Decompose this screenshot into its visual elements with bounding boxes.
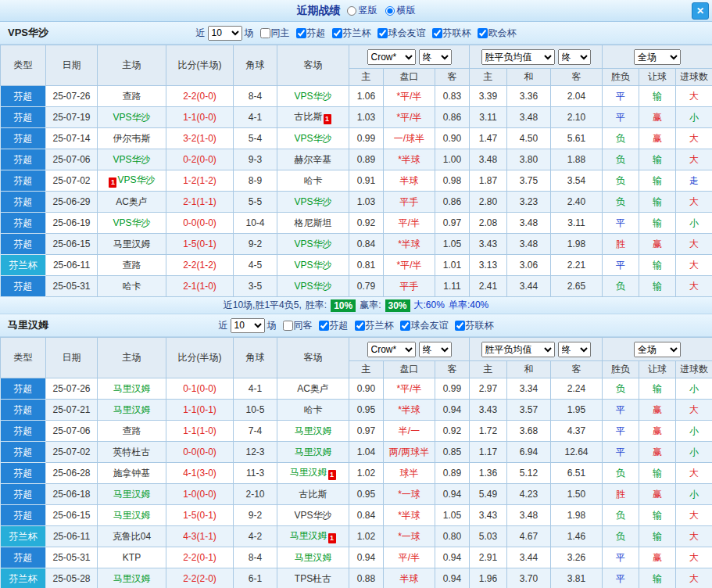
- competition-filter-label: 球会友谊: [388, 27, 426, 40]
- match-row: 芬超25-07-06查路1-1(1-0)7-4马里汉姆0.97半/一0.921.…: [1, 421, 712, 442]
- close-button[interactable]: ✕: [692, 2, 709, 20]
- corners-cell: 9-2: [234, 505, 277, 526]
- result-cell: 负: [603, 463, 639, 484]
- competition-filter-checkbox[interactable]: [455, 321, 465, 331]
- handicap-cell: 半球: [384, 170, 435, 192]
- home-odds-cell: 0.84: [349, 505, 384, 526]
- match-count-select[interactable]: 10: [208, 26, 242, 41]
- away-team-cell: 马里汉姆1: [277, 463, 349, 484]
- competition-filter-checkbox[interactable]: [478, 28, 488, 38]
- match-count-select[interactable]: 10: [231, 318, 265, 333]
- avg-lose-cell: 2.04: [551, 86, 603, 107]
- column-subheader: 客: [551, 69, 603, 86]
- team-name-text: VPS华沙: [113, 112, 150, 123]
- scope-select[interactable]: 全场: [634, 49, 681, 65]
- team-name-text: VPS华沙: [294, 510, 331, 521]
- summary-bar: 近10场,胜1平4负5, 胜率:10%赢率:30%大:60%单率:40%: [0, 297, 712, 314]
- home-team-cell: VPS华沙: [98, 149, 166, 170]
- away-odds-cell: 1.11: [435, 276, 470, 297]
- handicap-cell: *平/半: [384, 86, 435, 107]
- away-odds-cell: 0.92: [435, 421, 470, 442]
- layout-radio-input[interactable]: [385, 6, 395, 16]
- competition-filter[interactable]: 芬兰杯: [355, 319, 394, 332]
- competition-filter[interactable]: 球会友谊: [400, 319, 449, 332]
- result-cell: 平: [603, 107, 639, 128]
- corners-cell: 9-2: [234, 234, 277, 255]
- result-cell: 负: [603, 192, 639, 213]
- competition-filter[interactable]: 芬兰杯: [332, 27, 371, 40]
- competition-filter[interactable]: 球会友谊: [377, 27, 426, 40]
- column-subheader: 胜负: [603, 69, 639, 86]
- competition-filter-checkbox[interactable]: [283, 321, 293, 331]
- handicap-result-cell: 输: [639, 378, 676, 400]
- odds-final-select[interactable]: 终: [419, 49, 452, 65]
- competition-filter-checkbox[interactable]: [355, 321, 365, 331]
- avg-final-select[interactable]: 终: [558, 342, 591, 357]
- competition-filter-checkbox[interactable]: [260, 28, 270, 38]
- team-name-text: 查路: [123, 425, 141, 436]
- competition-cell: 芬超: [1, 128, 46, 149]
- competition-filter[interactable]: 欧会杯: [478, 27, 517, 40]
- competition-filter-checkbox[interactable]: [400, 321, 410, 331]
- competition-filter[interactable]: 芬超: [296, 27, 326, 40]
- layout-radio-input[interactable]: [347, 6, 356, 16]
- avg-select[interactable]: 胜平负均值: [481, 49, 555, 65]
- avg-lose-cell: 1.88: [551, 149, 603, 170]
- result-cell: 胜: [603, 484, 639, 505]
- competition-filter-checkbox[interactable]: [296, 28, 306, 38]
- home-team-cell: VPS华沙: [98, 213, 166, 234]
- competition-filter-checkbox[interactable]: [332, 28, 342, 38]
- competition-cell: 芬超: [1, 276, 46, 297]
- team-name-text: 马里汉姆: [290, 530, 327, 541]
- date-cell: 25-07-14: [46, 128, 98, 149]
- handicap-result-cell: 输: [639, 170, 676, 192]
- team-name-text: VPS华沙: [294, 281, 331, 292]
- corners-cell: 12-3: [234, 442, 277, 463]
- odds-company-select[interactable]: Crow*: [367, 342, 416, 357]
- home-team-cell: 克鲁比04: [98, 526, 166, 547]
- home-odds-cell: 0.88: [349, 568, 384, 588]
- corners-cell: 10-5: [234, 400, 277, 421]
- column-subheader: 客: [435, 69, 470, 86]
- competition-filter-checkbox[interactable]: [377, 28, 388, 38]
- column-header: 日期: [46, 338, 98, 378]
- column-header: 日期: [46, 45, 98, 86]
- competition-filter-checkbox[interactable]: [319, 321, 329, 331]
- handicap-cell: *一球: [384, 484, 435, 505]
- competition-filter-label: 芬联杯: [443, 27, 471, 40]
- away-team-cell: 赫尔辛基: [277, 149, 349, 170]
- avg-select[interactable]: 胜平负均值: [481, 342, 555, 357]
- competition-filter[interactable]: 芬联杯: [432, 27, 471, 40]
- odds-final-select[interactable]: 终: [419, 342, 452, 357]
- competition-filter-checkbox[interactable]: [432, 28, 442, 38]
- home-odds-cell: 0.95: [349, 484, 384, 505]
- odds-company-select[interactable]: Crow*: [367, 49, 416, 65]
- home-odds-cell: 1.02: [349, 526, 384, 547]
- avg-draw-cell: 3.68: [507, 421, 551, 442]
- team-name-text: VPS华沙: [294, 91, 331, 102]
- competition-filter[interactable]: 芬联杯: [455, 319, 494, 332]
- goals-result-cell: 小: [676, 213, 712, 234]
- competition-filter[interactable]: 同客: [283, 319, 313, 332]
- result-cell: 平: [603, 568, 639, 588]
- competition-filter[interactable]: 芬超: [319, 319, 349, 332]
- layout-radio-horizontal[interactable]: 横版: [385, 4, 416, 17]
- corners-cell: 5-5: [234, 192, 277, 213]
- team-name-text: 马里汉姆: [113, 383, 151, 394]
- date-cell: 25-06-15: [46, 234, 98, 255]
- home-team-cell: KTP: [98, 547, 166, 568]
- scope-select[interactable]: 全场: [634, 342, 681, 357]
- layout-radio-vertical[interactable]: 竖版: [347, 4, 377, 17]
- corners-cell: 10-4: [234, 213, 277, 234]
- home-odds-cell: 0.97: [349, 421, 384, 442]
- avg-final-select[interactable]: 终: [558, 49, 591, 65]
- competition-filter[interactable]: 同主: [260, 27, 290, 40]
- avg-lose-cell: 5.61: [551, 128, 603, 149]
- column-subheader: 让球: [639, 361, 676, 378]
- column-subheader: 客: [551, 361, 603, 378]
- avg-draw-cell: 3.80: [507, 149, 551, 170]
- corners-cell: 5-4: [234, 128, 277, 149]
- avg-win-cell: 3.48: [470, 149, 507, 170]
- column-subheader: 盘口: [384, 69, 435, 86]
- handicap-cell: *半球: [384, 149, 435, 170]
